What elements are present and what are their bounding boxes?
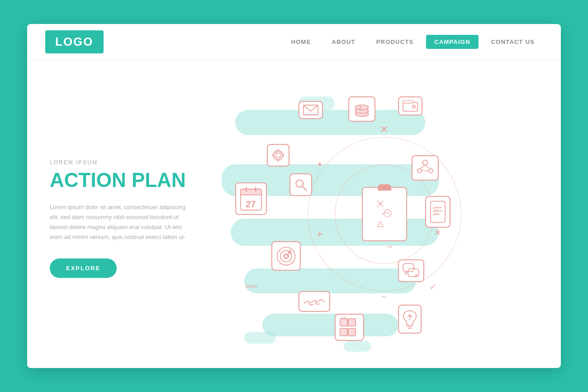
- wallet-icon-box: [398, 96, 422, 115]
- svg-text:27: 27: [246, 199, 256, 209]
- blob-1: [235, 110, 425, 135]
- puzzle-icon-box: [335, 314, 364, 341]
- svg-point-7: [355, 105, 368, 110]
- clipboard-icon: [362, 187, 407, 241]
- svg-text:$: $: [360, 105, 362, 110]
- svg-point-12: [276, 153, 281, 158]
- svg-point-21: [417, 169, 422, 173]
- deco-check: ✓: [430, 282, 436, 292]
- svg-point-11: [412, 105, 415, 108]
- main-content: LOREM IPSUM ACTION PLAN Lorem ipsum dolo…: [27, 60, 561, 368]
- cloud-3: [244, 332, 276, 344]
- logo: LOGO: [45, 30, 104, 53]
- svg-marker-3: [378, 221, 383, 227]
- deco-arrow-right: →: [384, 241, 394, 252]
- svg-rect-38: [340, 319, 347, 326]
- clipboard-clip: [378, 184, 391, 191]
- svg-line-23: [420, 165, 425, 169]
- gear-icon: [267, 144, 289, 167]
- blob-5: [262, 314, 398, 336]
- chat-icon-box: [398, 259, 424, 282]
- magnifier-icon-box: [289, 173, 312, 196]
- email-icon-box: [299, 101, 323, 119]
- checklist-icon: [425, 196, 450, 228]
- svg-rect-10: [403, 100, 413, 103]
- svg-line-14: [303, 186, 307, 191]
- coins-icon-box: $: [348, 96, 375, 122]
- nav-contact[interactable]: CONTACT US: [483, 35, 543, 49]
- magnifier-icon: [289, 173, 312, 196]
- svg-rect-40: [348, 319, 356, 326]
- lightbulb-icon: [398, 305, 422, 334]
- clipboard-content-svg: [369, 194, 400, 230]
- svg-point-39: [342, 317, 345, 319]
- page-card: LOGO HOME ABOUT PRODUCTS CAMPAIGN CONTAC…: [27, 24, 561, 368]
- deco-x2: ✕: [434, 228, 441, 238]
- target-icon: [271, 241, 301, 271]
- coins-icon: $: [348, 96, 375, 122]
- svg-point-2: [384, 210, 391, 217]
- network-icon-box: [412, 155, 439, 181]
- nav-home[interactable]: HOME: [283, 35, 319, 49]
- gear-icon-box: [267, 144, 289, 167]
- hero-subtitle: LOREM IPSUM: [50, 159, 190, 166]
- svg-line-24: [425, 165, 430, 169]
- network-icon: [412, 155, 439, 181]
- deco-plus1: +: [317, 228, 323, 240]
- svg-rect-16: [241, 189, 261, 195]
- illustration-area: $: [208, 60, 561, 368]
- nav-campaign[interactable]: CAMPAIGN: [426, 35, 478, 49]
- header: LOGO HOME ABOUT PRODUCTS CAMPAIGN CONTAC…: [27, 24, 561, 60]
- svg-point-20: [423, 160, 428, 165]
- nav-products[interactable]: PRODUCTS: [368, 35, 422, 49]
- chat-icon: [398, 259, 424, 282]
- svg-rect-26: [431, 201, 445, 223]
- checklist-icon-box: [425, 196, 450, 228]
- target-icon-box: [271, 241, 301, 271]
- deco-arrows: »»»: [245, 282, 257, 290]
- hero-description: Lorem ipsum dolor sit amet, consectetuer…: [50, 202, 190, 242]
- svg-rect-42: [348, 329, 356, 336]
- navigation: HOME ABOUT PRODUCTS CAMPAIGN CONTACT US: [283, 35, 543, 49]
- deco-x1: ✕: [380, 124, 388, 135]
- handshake-icon-box: [299, 291, 330, 312]
- deco-triangle: ▲: [317, 160, 323, 167]
- handshake-icon: [299, 291, 330, 312]
- hero-title: ACTION PLAN: [50, 169, 190, 191]
- svg-point-22: [429, 169, 433, 173]
- nav-about[interactable]: ABOUT: [324, 35, 364, 49]
- calendar-icon-box: 27: [235, 182, 267, 215]
- explore-button[interactable]: EXPLORE: [50, 258, 117, 278]
- email-icon: [299, 101, 323, 119]
- lightbulb-icon-box: [398, 305, 422, 334]
- deco-tilde: ～: [380, 291, 388, 302]
- cloud-2: [344, 341, 371, 352]
- wallet-icon: [398, 96, 422, 115]
- calendar-icon: 27: [235, 182, 267, 215]
- svg-rect-41: [340, 329, 347, 336]
- puzzle-icon: [335, 314, 364, 341]
- hero-left: LOREM IPSUM ACTION PLAN Lorem ipsum dolo…: [27, 60, 208, 368]
